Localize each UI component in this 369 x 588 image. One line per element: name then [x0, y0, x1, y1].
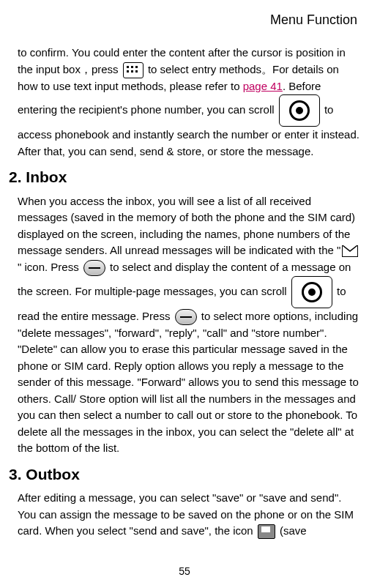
scroll-wheel-icon — [279, 94, 320, 127]
inbox-text-5: to select more options, including "delet… — [18, 310, 359, 455]
save-icon — [258, 524, 275, 539]
dots-grid-icon — [123, 62, 144, 78]
intro-paragraph: to confirm. You could enter the content … — [15, 45, 360, 160]
outbox-paragraph: After editing a message, you can select … — [15, 490, 360, 540]
inbox-paragraph: When you access the inbox, you will see … — [15, 193, 360, 457]
soft-key-icon — [83, 260, 105, 276]
outbox-text-2: (save — [280, 524, 307, 537]
page-number: 55 — [0, 564, 369, 579]
page-link[interactable]: page 41 — [243, 80, 283, 92]
inbox-text-1: When you access the inbox, you will see … — [18, 195, 355, 257]
page-header: Menu Function — [15, 10, 360, 30]
envelope-icon — [342, 245, 358, 257]
inbox-heading: 2. Inbox — [9, 165, 360, 189]
inbox-text-2: " icon. Press — [18, 261, 82, 273]
soft-key-icon — [175, 309, 197, 325]
outbox-heading: 3. Outbox — [9, 463, 360, 486]
scroll-wheel-icon — [291, 276, 332, 308]
